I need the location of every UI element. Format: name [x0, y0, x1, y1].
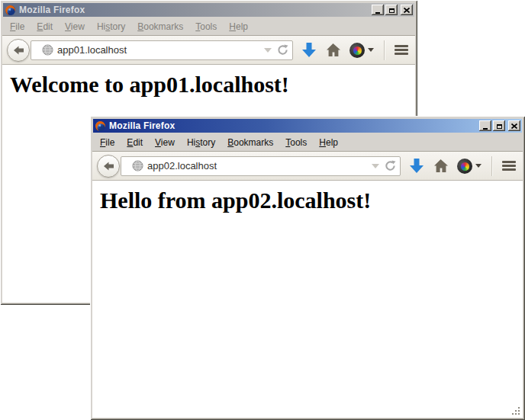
back-button[interactable] [97, 155, 120, 178]
color-wheel-icon [349, 43, 365, 58]
menu-file[interactable]: File [10, 21, 24, 32]
close-icon [404, 8, 410, 13]
download-icon[interactable] [301, 42, 317, 58]
minimize-icon [375, 12, 380, 14]
menu-bookmarks[interactable]: Bookmarks [137, 21, 183, 32]
extension-button[interactable] [349, 43, 374, 58]
page-heading: Welcome to app01.localhost! [10, 72, 415, 98]
url-text[interactable]: app02.localhost [147, 160, 368, 172]
menu-history[interactable]: History [187, 137, 215, 148]
reload-icon[interactable] [277, 44, 288, 56]
resize-grip-icon[interactable] [511, 406, 522, 417]
back-arrow-icon [103, 162, 114, 171]
menu-view[interactable]: View [155, 137, 175, 148]
maximize-icon [389, 8, 395, 13]
maximize-button[interactable] [493, 120, 505, 131]
url-bar[interactable]: app01.localhost [31, 40, 293, 60]
window-controls [479, 120, 520, 131]
back-arrow-icon [13, 46, 24, 55]
minimize-icon [483, 128, 488, 130]
url-text[interactable]: app01.localhost [57, 44, 260, 56]
toolbar-separator [491, 156, 492, 176]
globe-icon [42, 44, 53, 56]
url-dropdown-icon[interactable] [264, 48, 272, 53]
navigation-toolbar: app01.localhost [2, 35, 415, 65]
menu-edit[interactable]: Edit [37, 21, 53, 32]
maximize-icon [497, 124, 502, 129]
menu-help[interactable]: Help [319, 137, 338, 148]
titlebar[interactable]: Mozilla Firefox [3, 3, 414, 17]
menu-edit[interactable]: Edit [127, 137, 143, 148]
url-bar[interactable]: app02.localhost [121, 156, 401, 176]
home-icon[interactable] [325, 43, 341, 57]
close-icon [511, 123, 517, 129]
menu-file[interactable]: File [100, 137, 114, 148]
close-button[interactable] [401, 5, 413, 15]
extension-button[interactable] [457, 159, 482, 174]
firefox-icon [5, 5, 16, 16]
home-icon[interactable] [433, 159, 449, 173]
navigation-toolbar: app02.localhost [92, 151, 523, 181]
firefox-icon [95, 120, 106, 132]
menu-view[interactable]: View [65, 21, 85, 32]
toolbar-separator [384, 40, 385, 60]
download-icon[interactable] [409, 158, 424, 174]
menu-history[interactable]: History [97, 21, 125, 32]
window-controls [372, 5, 413, 15]
url-dropdown-icon[interactable] [372, 164, 379, 168]
menu-tools[interactable]: Tools [195, 21, 217, 32]
reload-icon[interactable] [385, 160, 396, 172]
close-button[interactable] [508, 120, 520, 131]
hamburger-menu-icon[interactable] [395, 45, 408, 55]
page-heading: Hello from app02.localhost! [100, 188, 523, 213]
extension-caret-icon [368, 48, 374, 52]
menu-bookmarks[interactable]: Bookmarks [227, 137, 273, 148]
maximize-button[interactable] [385, 5, 398, 15]
firefox-window-app02: Mozilla Firefox File Edit View History B… [90, 116, 525, 420]
menu-help[interactable]: Help [229, 21, 248, 32]
hamburger-menu-icon[interactable] [502, 161, 516, 171]
minimize-button[interactable] [372, 5, 384, 15]
color-wheel-icon [457, 159, 472, 174]
extension-caret-icon [475, 164, 482, 168]
back-button[interactable] [7, 39, 30, 62]
titlebar[interactable]: Mozilla Firefox [93, 119, 522, 133]
globe-icon [132, 160, 143, 172]
menu-bar: File Edit View History Bookmarks Tools H… [92, 133, 523, 151]
window-title: Mozilla Firefox [19, 5, 369, 15]
menu-bar: File Edit View History Bookmarks Tools H… [2, 18, 415, 35]
window-title: Mozilla Firefox [109, 120, 476, 131]
page-content: Hello from app02.localhost! [92, 181, 523, 418]
minimize-button[interactable] [479, 120, 491, 131]
menu-tools[interactable]: Tools [285, 137, 307, 148]
